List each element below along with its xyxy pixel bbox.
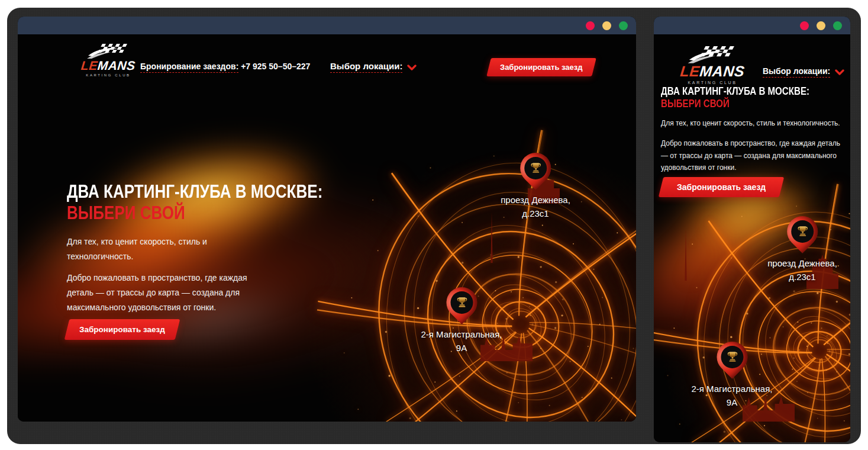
map-pin-dezhneva: проезд Дежнева,д.23с1: [501, 153, 570, 221]
map-pin-dezhneva: проезд Дежнева,д.23с1: [767, 216, 837, 284]
pin-label-magistralnaya: 2-я Магистральная,9А: [691, 382, 772, 410]
hero-paragraph-2: Добро пожаловать в пространство, где каж…: [67, 271, 249, 315]
window-dot-red[interactable]: [800, 21, 809, 30]
page-title: ДВА КАРТИНГ-КЛУБА В МОСКВЕ: ВЫБЕРИ СВОЙ: [67, 181, 262, 224]
hero-paragraph-2: Добро пожаловать в пространство, где каж…: [661, 137, 849, 173]
window-dot-green[interactable]: [619, 21, 628, 30]
logo[interactable]: LEMANS KARTING CLUB: [675, 46, 750, 85]
page-title-red: ВЫБЕРИ СВОЙ: [67, 202, 231, 224]
hero-paragraph-1: Для тех, кто ценит скорость, стиль и тех…: [661, 117, 849, 129]
phone-number: +7 925 50–50–227: [241, 62, 310, 71]
location-pin-icon: [780, 210, 824, 253]
book-ride-button-hero[interactable]: Забронировать заезд: [64, 319, 180, 340]
site-page-mobile: LEMANS KARTING CLUB Выбор локации: ДВА К…: [654, 34, 850, 442]
logo[interactable]: LEMANS KARTING CLUB: [78, 44, 139, 77]
pin-label-dezhneva: проезд Дежнева,д.23с1: [767, 256, 837, 284]
page-title: ДВА КАРТИНГ-КЛУБА В МОСКВЕ: ВЫБЕРИ СВОЙ: [661, 85, 848, 110]
desktop-browser-window: LEMANS KARTING CLUB Бронирование заездов…: [18, 17, 636, 422]
map-pin-magistralnaya: 2-я Магистральная,9А: [691, 342, 772, 410]
window-titlebar: [654, 17, 850, 34]
logo-le: LE: [679, 63, 701, 79]
pin-label-dezhneva: проезд Дежнева,д.23с1: [501, 193, 570, 221]
window-dot-yellow[interactable]: [817, 21, 825, 30]
logo-le: LE: [80, 59, 98, 72]
logo-tagline: KARTING CLUB: [675, 81, 750, 85]
site-page: LEMANS KARTING CLUB Бронирование заездов…: [18, 34, 636, 422]
location-label[interactable]: Выбор локации:: [763, 66, 830, 78]
pin-label-magistralnaya: 2-я Магистральная,9А: [421, 327, 502, 355]
hero-copy: ДВА КАРТИНГ-КЛУБА В МОСКВЕ: ВЫБЕРИ СВОЙ …: [661, 85, 848, 197]
chevron-down-icon: [407, 65, 417, 71]
map-pin-magistralnaya: 2-я Магистральная,9А: [421, 287, 502, 355]
window-dot-yellow[interactable]: [602, 21, 611, 30]
trophy-icon: [528, 161, 543, 176]
mobile-browser-window: LEMANS KARTING CLUB Выбор локации: ДВА К…: [654, 17, 850, 442]
logo-mans: MANS: [699, 63, 746, 79]
checkered-flag-icon: [687, 46, 738, 64]
hero-copy: ДВА КАРТИНГ-КЛУБА В МОСКВЕ: ВЫБЕРИ СВОЙ …: [67, 181, 262, 340]
chevron-down-icon: [835, 69, 844, 76]
book-ride-button-hero[interactable]: Забронировать заезд: [659, 177, 785, 197]
trophy-icon: [795, 224, 810, 239]
page-title-red: ВЫБЕРИ СВОЙ: [661, 98, 818, 110]
window-dot-green[interactable]: [833, 21, 842, 30]
trophy-icon: [454, 295, 469, 310]
location-select[interactable]: Выбор локации:: [763, 66, 844, 78]
book-ride-button-header[interactable]: Забронировать заезд: [486, 58, 596, 76]
location-select[interactable]: Выбор локации:: [330, 61, 417, 73]
logo-mans: MANS: [97, 59, 136, 72]
trophy-icon: [725, 350, 740, 365]
booking-label-link[interactable]: Бронирование заездов:: [140, 62, 238, 73]
checkered-flag-icon: [87, 44, 130, 59]
window-dot-red[interactable]: [586, 21, 595, 30]
logo-tagline: KARTING CLUB: [78, 73, 139, 77]
dark-backdrop: LEMANS KARTING CLUB Бронирование заездов…: [7, 8, 861, 444]
location-label[interactable]: Выбор локации:: [330, 61, 402, 73]
window-titlebar: [18, 17, 636, 34]
hero-paragraph-1: Для тех, кто ценит скорость, стиль и тех…: [67, 234, 249, 264]
location-pin-icon: [440, 281, 483, 324]
location-pin-icon: [514, 146, 557, 190]
site-header: LEMANS KARTING CLUB Бронирование заездов…: [18, 41, 636, 96]
booking-phone[interactable]: Бронирование заездов: +7 925 50–50–227: [140, 62, 310, 71]
location-pin-icon: [710, 335, 754, 379]
